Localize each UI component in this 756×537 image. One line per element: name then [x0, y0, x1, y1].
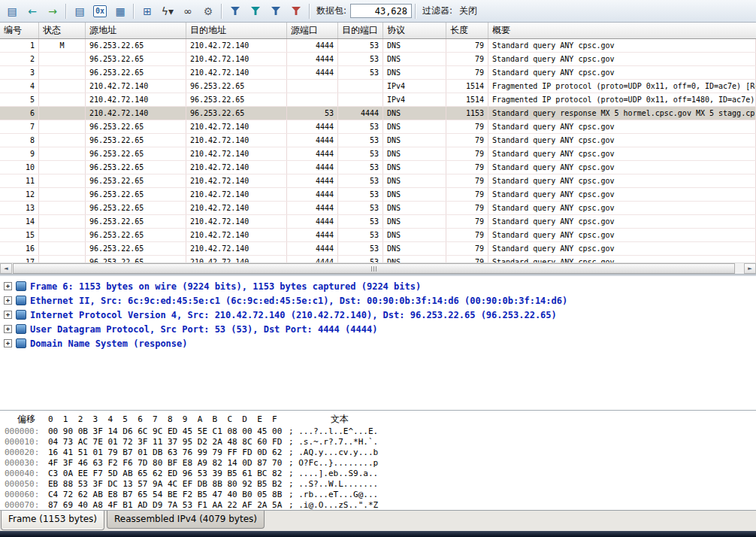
cell-status [39, 202, 86, 214]
expander-icon[interactable]: + [4, 325, 12, 333]
column-header-info[interactable]: 概要 [488, 23, 756, 38]
toolbar-separator [133, 4, 135, 19]
hex-row[interactable]: 000050: EB 88 53 3F DC 13 57 9A 4C EF DB… [5, 478, 756, 489]
cell-dest: 210.42.72.140 [186, 242, 287, 255]
cell-length: 79 [446, 229, 488, 241]
table-row[interactable]: 14 96.253.22.65 210.42.72.140 4444 53 DN… [0, 215, 756, 229]
column-header-length[interactable]: 长度 [446, 23, 488, 38]
hex-row[interactable]: 000030: 4F 3F 46 63 F2 F6 7D 80 BF E8 A9… [5, 457, 756, 468]
hex-row[interactable]: 000040: C3 0A EE F7 5D AB 65 62 ED 96 53… [5, 468, 756, 478]
tree-item-label: Internet Protocol Version 4, Src: 210.42… [30, 310, 557, 320]
cell-length: 79 [446, 134, 488, 147]
table-row[interactable]: 5 210.42.72.140 96.253.22.65 IPv4 1514 F… [0, 93, 756, 107]
scroll-track[interactable] [12, 263, 744, 274]
table-row[interactable]: 17 96.253.22.65 210.42.72.140 4444 53 DN… [0, 256, 756, 262]
hex-offset: 000030: [5, 458, 48, 468]
colorize-icon[interactable]: ϟ▾ [158, 2, 177, 20]
table-row[interactable]: 11 96.253.22.65 210.42.72.140 4444 53 DN… [0, 174, 756, 188]
packet-details-pane: + Frame 6: 1153 bytes on wire (9224 bits… [0, 276, 756, 410]
toolbar: ▤ ← → ▤ 0x ▦ ⊞ ϟ▾ ∞ ⚙ 数据包: 过滤器: 关闭 [0, 0, 756, 23]
cell-protocol: DNS [383, 53, 446, 65]
cell-srcport: 4444 [287, 134, 338, 147]
toolbar-separator [221, 4, 222, 19]
cell-dest: 210.42.72.140 [186, 229, 287, 241]
filter-value[interactable]: 关闭 [459, 5, 477, 17]
column-header-status[interactable]: 状态 [39, 23, 86, 38]
byte-view-tab[interactable]: Frame (1153 bytes) [1, 511, 104, 530]
hex-pane-icon[interactable]: 0x [90, 2, 110, 20]
table-row[interactable]: 6 210.42.72.140 96.253.22.65 53 4444 DNS… [0, 107, 756, 120]
cell-dstport: 53 [338, 120, 383, 133]
filter-prepare-icon[interactable] [246, 2, 265, 20]
table-row[interactable]: 1 M 96.253.22.65 210.42.72.140 4444 53 D… [0, 39, 756, 53]
column-header-no[interactable]: 编号 [0, 23, 39, 38]
horizontal-scrollbar[interactable]: ◄ ► [0, 262, 756, 274]
expander-icon[interactable]: + [4, 311, 12, 319]
cell-no: 1 [0, 39, 39, 52]
tree-item[interactable]: + User Datagram Protocol, Src Port: 53 (… [4, 322, 756, 336]
expander-icon[interactable]: + [4, 282, 12, 290]
hex-row[interactable]: 000060: C4 72 62 AB E8 B7 65 54 BE F2 B5… [5, 489, 756, 499]
hex-row[interactable]: 000010: 04 73 AC 7E 01 72 3F 11 37 95 D2… [5, 436, 756, 447]
table-row[interactable]: 4 210.42.72.140 96.253.22.65 IPv4 1514 F… [0, 80, 756, 93]
tree-item[interactable]: + Domain Name System (response) [4, 336, 756, 350]
cell-no: 14 [0, 215, 39, 228]
hex-row[interactable]: 000000: 00 90 0B 3F 14 D6 6C 9C ED 45 5E… [5, 426, 756, 436]
expander-icon[interactable]: + [4, 339, 12, 347]
cell-dstport [338, 80, 383, 93]
table-row[interactable]: 3 96.253.22.65 210.42.72.140 4444 53 DNS… [0, 66, 756, 80]
filter-apply-icon[interactable] [225, 2, 245, 20]
protocol-icon [16, 281, 26, 291]
filter-edit-icon[interactable] [266, 2, 286, 20]
cell-status [39, 147, 86, 160]
column-header-dstport[interactable]: 目的端口 [338, 23, 383, 38]
column-header-source[interactable]: 源地址 [86, 23, 186, 38]
tree-item[interactable]: + Internet Protocol Version 4, Src: 210.… [4, 308, 756, 322]
table-row[interactable]: 12 96.253.22.65 210.42.72.140 4444 53 DN… [0, 188, 756, 202]
table-row[interactable]: 13 96.253.22.65 210.42.72.140 4444 53 DN… [0, 202, 756, 215]
scroll-thumb[interactable] [13, 263, 735, 274]
export-icon[interactable]: ⊞ [138, 2, 157, 20]
hex-row[interactable]: 000020: 16 41 51 01 79 B7 01 DB 63 76 99… [5, 447, 756, 457]
table-row[interactable]: 8 96.253.22.65 210.42.72.140 4444 53 DNS… [0, 134, 756, 147]
byte-view-tabs: Frame (1153 bytes) Reassembled IPv4 (407… [0, 510, 756, 531]
hex-header: 偏移 0 1 2 3 4 5 6 7 8 9 A B C D E F 文本 [5, 413, 756, 426]
filter-clear-icon[interactable] [286, 2, 306, 20]
tree-item[interactable]: + Frame 6: 1153 bytes on wire (9224 bits… [4, 279, 756, 293]
cell-info: Standard query ANY cpsc.gov [488, 229, 756, 241]
jump-back-icon[interactable]: ← [23, 2, 42, 20]
hex-row[interactable]: 000070: 87 69 40 A8 4F B1 AD D9 7A 53 F1… [5, 499, 756, 510]
cell-dstport: 53 [338, 256, 383, 262]
cell-length: 79 [446, 256, 488, 262]
cell-source: 210.42.72.140 [86, 107, 186, 120]
cell-dest: 210.42.72.140 [186, 53, 287, 65]
scroll-left-button[interactable]: ◄ [0, 263, 12, 274]
cell-info: Standard query ANY cpsc.gov [488, 242, 756, 255]
hex-ascii: ; ..S?..W.L....... [289, 479, 378, 489]
settings-icon[interactable]: ⚙ [198, 2, 218, 20]
column-header-srcport[interactable]: 源端口 [287, 23, 338, 38]
hex-ascii: ; .rb...eT...G@... [289, 490, 378, 499]
tree-item[interactable]: + Ethernet II, Src: 6c:9c:ed:45:5e:c1 (6… [4, 293, 756, 308]
table-row[interactable]: 9 96.253.22.65 210.42.72.140 4444 53 DNS… [0, 147, 756, 161]
hex-bytes: C4 72 62 AB E8 B7 65 54 BE F2 B5 47 40 B… [48, 490, 287, 499]
table-row[interactable]: 7 96.253.22.65 210.42.72.140 4444 53 DNS… [0, 120, 756, 134]
expander-icon[interactable]: + [4, 296, 12, 305]
table-row[interactable]: 10 96.253.22.65 210.42.72.140 4444 53 DN… [0, 161, 756, 174]
cell-srcport: 4444 [287, 66, 338, 79]
table-row[interactable]: 15 96.253.22.65 210.42.72.140 4444 53 DN… [0, 229, 756, 242]
jump-forward-icon[interactable]: → [43, 2, 62, 20]
window-icon[interactable]: ▤ [2, 2, 22, 20]
table-row[interactable]: 2 96.253.22.65 210.42.72.140 4444 53 DNS… [0, 53, 756, 66]
column-header-dest[interactable]: 目的地址 [186, 23, 287, 38]
packet-list-pane-icon[interactable]: ▤ [70, 2, 89, 20]
byte-view-tab[interactable]: Reassembled IPv4 (4079 bytes) [107, 511, 265, 529]
details-pane-icon[interactable]: ▦ [110, 2, 130, 20]
packet-count-input[interactable] [350, 4, 412, 18]
find-icon[interactable]: ∞ [178, 2, 198, 20]
column-header-protocol[interactable]: 协议 [383, 23, 446, 38]
scroll-right-button[interactable]: ► [744, 263, 756, 274]
table-row[interactable]: 16 96.253.22.65 210.42.72.140 4444 53 DN… [0, 242, 756, 256]
cell-srcport: 4444 [287, 256, 338, 262]
cell-dstport: 53 [338, 215, 383, 228]
